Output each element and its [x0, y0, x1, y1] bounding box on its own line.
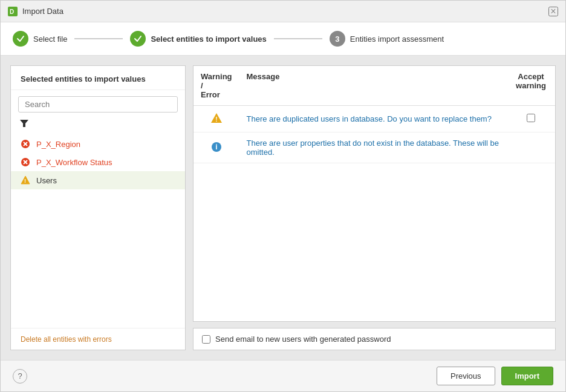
main-content: Selected entities to import values [1, 56, 565, 360]
wizard-step-2: Select entities to import values [130, 31, 266, 47]
entity-name-3: Users [36, 176, 57, 185]
svg-text:i: i [215, 143, 217, 151]
filter-icon [19, 119, 29, 128]
dialog-title: Import Data [22, 7, 63, 16]
wizard-steps: Select file Select entities to import va… [1, 22, 565, 56]
right-panel: Warning / Error Message Accept warning ! [193, 65, 556, 350]
accept-cell-2 [507, 132, 555, 163]
email-row: Send email to new users with generated p… [193, 328, 556, 350]
close-button[interactable]: × [548, 7, 558, 16]
entity-name-1: P_X_Region [36, 140, 80, 149]
left-panel-footer: Delete all entities with errors [11, 328, 185, 350]
table-row: ! There are duplicated users in database… [194, 106, 555, 132]
step2-circle [130, 31, 146, 47]
app-icon: D [8, 7, 18, 16]
filter-icon-row [11, 116, 185, 135]
wizard-step-3: 3 Entities import assessment [330, 31, 444, 47]
delete-entities-link[interactable]: Delete all entities with errors [21, 335, 112, 344]
col-accept-warning: Accept warning [507, 66, 555, 106]
previous-button[interactable]: Previous [437, 367, 495, 385]
entity-name-2: P_X_Workflow Status [36, 158, 112, 167]
step-connector-1 [74, 38, 123, 39]
email-checkbox[interactable] [202, 335, 210, 344]
search-container [11, 90, 185, 116]
step-connector-2 [274, 38, 322, 39]
info-circle-icon: i [210, 141, 223, 153]
error-icon-2 [21, 157, 30, 167]
step2-label: Select entities to import values [151, 34, 266, 44]
step1-label: Select file [33, 34, 67, 44]
accept-cell-1[interactable] [507, 106, 555, 132]
warning-cell-1: ! [194, 106, 239, 132]
error-icon-1 [21, 139, 30, 149]
col-message: Message [239, 66, 507, 106]
step3-number: 3 [335, 34, 339, 44]
svg-marker-2 [20, 120, 28, 127]
title-bar-left: D Import Data [8, 7, 63, 16]
import-button[interactable]: Import [501, 367, 553, 385]
check-icon-step1 [16, 34, 25, 43]
step1-circle [13, 31, 28, 47]
search-input[interactable] [18, 96, 178, 113]
step3-label: Entities import assessment [350, 34, 444, 44]
import-dialog: D Import Data × Select file Select entit [0, 0, 566, 392]
message-cell-2: There are user properties that do not ex… [239, 132, 507, 163]
wizard-step-1: Select file [13, 31, 67, 47]
email-label: Send email to new users with generated p… [215, 335, 391, 344]
info-cell-2: i [194, 132, 239, 163]
accept-checkbox-1[interactable] [527, 114, 535, 122]
step3-circle: 3 [330, 31, 345, 47]
svg-text:!: ! [215, 116, 217, 123]
warning-icon-entity: ! [21, 175, 30, 185]
svg-text:!: ! [24, 178, 26, 184]
left-panel: Selected entities to import values [10, 65, 186, 350]
svg-text:D: D [10, 8, 14, 15]
title-bar: D Import Data × [1, 1, 565, 22]
triangle-warning-icon: ! [210, 112, 223, 124]
warnings-table: Warning / Error Message Accept warning ! [193, 65, 556, 322]
help-button[interactable]: ? [13, 369, 27, 384]
entity-item[interactable]: ! Users [11, 171, 185, 189]
check-icon-step2 [134, 34, 142, 43]
message-cell-1: There are duplicated users in database. … [239, 106, 507, 132]
col-warning-error: Warning / Error [194, 66, 239, 106]
entity-item[interactable]: P_X_Workflow Status [11, 153, 185, 171]
entity-item[interactable]: P_X_Region [11, 135, 185, 153]
table-header-row: Warning / Error Message Accept warning [194, 66, 555, 106]
footer: ? Previous Import [1, 360, 565, 391]
warnings-data-table: Warning / Error Message Accept warning ! [194, 66, 555, 163]
entity-list: P_X_Region P_X_Workflow Status [11, 135, 185, 328]
left-panel-title: Selected entities to import values [11, 66, 185, 90]
table-row: i There are user properties that do not … [194, 132, 555, 163]
